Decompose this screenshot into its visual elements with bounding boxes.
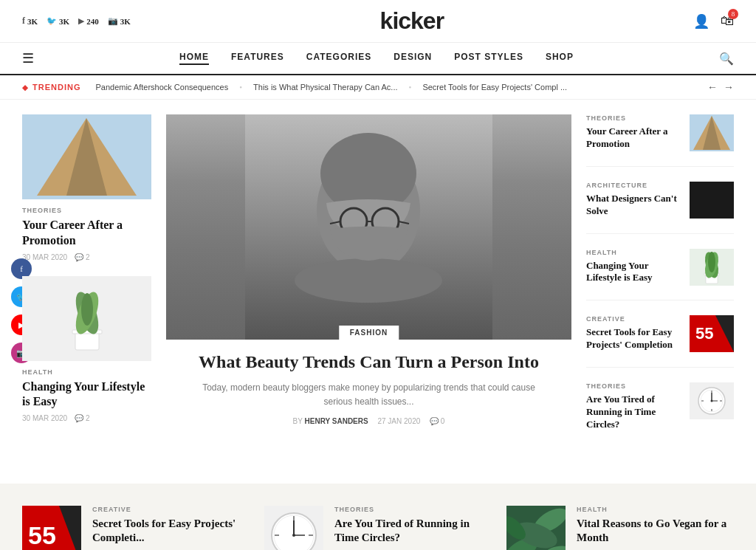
top-bar: f 3K 🐦 3K ▶ 240 📷 3K kicker 👤 🛍 8 (0, 0, 756, 43)
svg-point-40 (711, 400, 713, 402)
right-card-3: HEALTH Changing Your Lifestyle is Easy (586, 249, 734, 301)
right-card-2-text: ARCHITECTURE What Designers Can't Solve (586, 182, 682, 222)
nav-categories[interactable]: CATEGORIES (306, 52, 371, 65)
right-card-2-category: ARCHITECTURE (586, 182, 682, 189)
right-card-4-text: CREATIVE Secret Tools for Easy Projects'… (586, 315, 682, 356)
center-featured-image[interactable]: FASHION (166, 114, 571, 340)
right-card-3-text: HEALTH Changing Your Lifestyle is Easy (586, 249, 682, 289)
bottom-card-3-category: HEALTH (577, 506, 734, 513)
youtube-link[interactable]: ▶ 240 (78, 16, 99, 26)
youtube-icon: ▶ (78, 16, 84, 26)
trending-label: TRENDING (22, 83, 80, 92)
center-category-badge: FASHION (339, 326, 399, 340)
social-links: f 3K 🐦 3K ▶ 240 📷 3K (22, 16, 131, 27)
nav-links: HOME FEATURES CATEGORIES DESIGN POST STY… (179, 52, 574, 65)
right-card-5-text: THEORIES Are You Tired of Running in Tim… (586, 382, 682, 436)
bottom-card-2-text: THEORIES Are You Tired of Running in Tim… (334, 506, 492, 550)
instagram-count: 3K (120, 17, 131, 26)
user-icon[interactable]: 👤 (693, 13, 709, 30)
bottom-card-1-title[interactable]: Secret Tools for Easy Projects' Completi… (92, 517, 250, 546)
left-card-1: THEORIES Your Career After a Promotion 3… (22, 114, 151, 261)
right-card-5-image[interactable] (690, 382, 734, 419)
youtube-count: 240 (86, 17, 99, 26)
trending-bar: TRENDING Pandemic Aftershock Consequence… (0, 75, 756, 100)
bottom-card-1-category: CREATIVE (92, 506, 250, 513)
site-logo: kicker (380, 7, 444, 35)
right-card-1-title[interactable]: Your Career After a Promotion (586, 126, 682, 151)
trending-item-1[interactable]: Pandemic Aftershock Consequences (95, 83, 228, 92)
right-card-5-title[interactable]: Are You Tired of Running in Time Circles… (586, 393, 682, 431)
right-card-1-image[interactable] (690, 114, 734, 151)
trending-prev-button[interactable]: ← (707, 81, 718, 93)
right-card-1-text: THEORIES Your Career After a Promotion (586, 114, 682, 155)
facebook-link[interactable]: f 3K (22, 16, 38, 27)
right-column: THEORIES Your Career After a Promotion A… (586, 114, 734, 461)
left-card-1-meta: 30 MAR 2020 💬 2 (22, 253, 151, 261)
right-card-3-image[interactable] (690, 249, 734, 286)
trending-dot-1: • (239, 83, 242, 92)
twitter-count: 3K (59, 17, 69, 26)
left-card-2-title[interactable]: Changing Your Lifestyle is Easy (22, 379, 151, 410)
main-content: THEORIES Your Career After a Promotion 3… (0, 100, 756, 476)
right-card-1: THEORIES Your Career After a Promotion (586, 114, 734, 167)
trending-item-3[interactable]: Secret Tools for Easy Projects' Compl ..… (422, 83, 567, 92)
nav-post-styles[interactable]: POST STYLES (454, 52, 523, 65)
bottom-card-3-title[interactable]: Vital Reasons to Go Vegan for a Month (577, 517, 734, 546)
center-date: 27 JAN 2020 (377, 417, 420, 425)
left-card-2-image[interactable] (22, 276, 151, 361)
svg-rect-4 (75, 331, 99, 350)
nav-shop[interactable]: SHOP (546, 52, 574, 65)
trending-item-2[interactable]: This is What Physical Therapy Can Ac... (253, 83, 397, 92)
right-card-2-title[interactable]: What Designers Can't Solve (586, 193, 682, 218)
svg-point-53 (292, 534, 295, 537)
right-card-3-category: HEALTH (586, 249, 682, 256)
bottom-card-2-image[interactable] (264, 506, 323, 550)
right-card-4-title[interactable]: Secret Tools for Easy Projects' Completi… (586, 326, 682, 351)
bottom-section: 55 CREATIVE Secret Tools for Easy Projec… (0, 484, 756, 550)
right-card-4-image[interactable]: 55 (690, 315, 734, 352)
bottom-card-2-title[interactable]: Are You Tired of Running in Time Circles… (334, 517, 492, 546)
bottom-card-1-image[interactable]: 55 (22, 506, 81, 550)
nav-features[interactable]: FEATURES (231, 52, 284, 65)
bottom-card-3-image[interactable] (506, 506, 566, 550)
instagram-icon: 📷 (108, 16, 118, 26)
svg-point-8 (81, 293, 93, 326)
trending-next-button[interactable]: → (724, 81, 734, 93)
author-name[interactable]: HENRY SANDERS (305, 417, 368, 425)
left-card-1-image[interactable] (22, 114, 151, 199)
trending-dot-2: • (409, 83, 412, 92)
center-article-title[interactable]: What Beauty Trends Can Turn a Person Int… (166, 351, 571, 374)
bottom-card-2-category: THEORIES (334, 506, 492, 513)
left-card-1-title[interactable]: Your Career After a Promotion (22, 218, 151, 249)
nav-home[interactable]: HOME (179, 52, 209, 65)
bottom-grid: 55 CREATIVE Secret Tools for Easy Projec… (22, 506, 734, 550)
left-card-1-comments: 💬 2 (75, 253, 89, 261)
trending-nav: ← → (707, 81, 734, 93)
bottom-card-1-text: CREATIVE Secret Tools for Easy Projects'… (92, 506, 250, 550)
svg-text:55: 55 (28, 521, 56, 549)
search-icon[interactable]: 🔍 (719, 52, 734, 66)
center-column: FASHION What Beauty Trends Can Turn a Pe… (166, 114, 571, 461)
right-card-4-category: CREATIVE (586, 315, 682, 323)
svg-point-27 (708, 252, 715, 272)
nav-design[interactable]: DESIGN (394, 52, 432, 65)
left-card-2-date: 30 MAR 2020 (22, 414, 67, 422)
right-card-1-category: THEORIES (586, 114, 682, 122)
twitter-link[interactable]: 🐦 3K (47, 16, 69, 26)
top-right-icons: 👤 🛍 8 (693, 13, 734, 30)
instagram-link[interactable]: 📷 3K (108, 16, 131, 26)
bottom-card-1: 55 CREATIVE Secret Tools for Easy Projec… (22, 506, 250, 550)
bottom-card-3-text: HEALTH Vital Reasons to Go Vegan for a M… (577, 506, 734, 550)
cart-icon[interactable]: 🛍 8 (721, 13, 734, 29)
right-card-2-image[interactable] (690, 182, 734, 219)
right-card-5: THEORIES Are You Tired of Running in Tim… (586, 382, 734, 447)
by-label: BY (293, 417, 303, 425)
right-card-3-title[interactable]: Changing Your Lifestyle is Easy (586, 260, 682, 285)
main-nav: ☰ HOME FEATURES CATEGORIES DESIGN POST S… (0, 43, 756, 75)
right-card-5-category: THEORIES (586, 382, 682, 390)
left-card-1-category: THEORIES (22, 207, 151, 214)
hamburger-menu[interactable]: ☰ (22, 50, 34, 66)
left-card-2-comments: 💬 2 (75, 414, 89, 422)
svg-point-18 (295, 258, 442, 303)
center-article-excerpt: Today, modern beauty bloggers make money… (196, 381, 542, 409)
